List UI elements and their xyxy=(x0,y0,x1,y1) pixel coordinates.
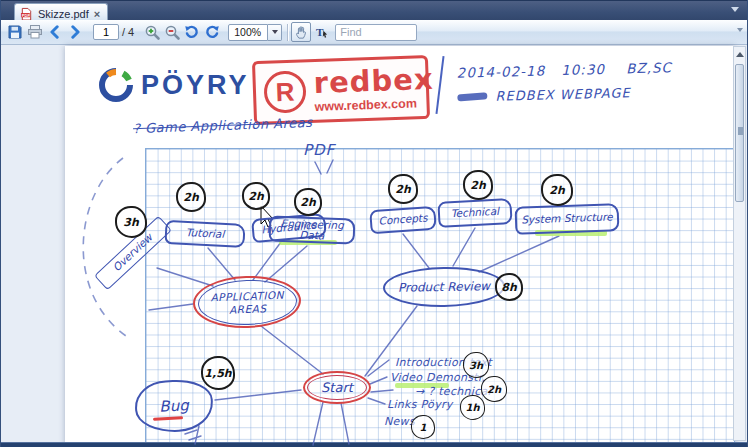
hours-concepts: 2h xyxy=(388,174,418,204)
next-page-button[interactable] xyxy=(65,22,85,42)
hours-engineering-data: 2h xyxy=(294,188,322,216)
page-number-input[interactable] xyxy=(93,24,119,40)
toolbar-overflow-icon[interactable] xyxy=(737,28,743,32)
toolbar-separator xyxy=(287,24,288,41)
svg-text:PDF: PDF xyxy=(22,12,31,17)
tab-title: Skizze.pdf xyxy=(38,8,89,20)
node-start: Start xyxy=(303,371,371,404)
scroll-up-button[interactable] xyxy=(735,48,744,61)
previous-page-icon xyxy=(48,25,62,39)
poyry-logo-text: PÖYRY xyxy=(141,70,250,101)
zoom-in-icon xyxy=(144,24,161,41)
rotate-clockwise-icon xyxy=(204,24,220,40)
poyry-logo-icon xyxy=(99,68,133,102)
toolbar: / 4 xyxy=(1,20,747,45)
tab-close-icon[interactable]: × xyxy=(94,9,100,19)
hand-tool-button[interactable] xyxy=(291,22,311,42)
start-label: Start xyxy=(321,380,353,395)
hours-links-poyry: 1h xyxy=(460,395,485,420)
hours-system-structure: 2h xyxy=(541,174,573,206)
tab-skizze-pdf[interactable]: PDF Skizze.pdf × xyxy=(14,3,108,21)
handwritten-webpage-line: REDBEX WEBPAGE xyxy=(457,84,673,105)
redbex-r-icon: R xyxy=(263,70,306,113)
zoom-out-button[interactable] xyxy=(162,22,182,42)
hours-overview: 3h xyxy=(115,206,147,238)
zoom-dropdown-button[interactable] xyxy=(268,24,282,41)
handwritten-header: 2014-02-18 10:30 BZ,SC REDBEX WEBPAGE xyxy=(457,59,673,105)
page-total-label: / 4 xyxy=(122,26,134,38)
pdf-viewer-window: PDF Skizze.pdf × xyxy=(0,0,748,447)
rotate-clockwise-button[interactable] xyxy=(202,22,222,42)
hand-tool-icon xyxy=(294,25,309,40)
zoom-in-button[interactable] xyxy=(142,22,162,42)
tab-bar: PDF Skizze.pdf × xyxy=(1,0,747,20)
node-tutorial: Tutorial xyxy=(164,220,245,248)
hours-introduction-text: 3h xyxy=(463,352,489,378)
hours-bug: 1,5h xyxy=(201,356,235,390)
print-button[interactable] xyxy=(25,22,45,42)
zoom-level-combo[interactable]: 100% xyxy=(228,24,282,41)
pdf-page: PÖYRY R redbex www.redbex.com 2014-02-18… xyxy=(65,46,735,447)
poyry-logo: PÖYRY xyxy=(99,68,250,102)
next-page-icon xyxy=(68,25,82,39)
hours-technical: 2h xyxy=(463,170,493,200)
pdf-file-icon: PDF xyxy=(20,7,33,21)
vertical-scrollbar[interactable] xyxy=(733,46,746,441)
mindmap-root-label: PDF xyxy=(303,141,335,159)
find-input[interactable] xyxy=(335,24,417,41)
text-select-tool-button[interactable]: T xyxy=(311,22,331,42)
redbex-stamp-name: redbex xyxy=(313,64,434,97)
tab-list-dropdown-icon[interactable] xyxy=(731,7,739,12)
scrollbar-thumb[interactable] xyxy=(735,64,744,202)
list-item-links-poyry: Links Pöyry xyxy=(387,398,453,411)
print-icon xyxy=(27,24,43,40)
node-system-structure: System Structure xyxy=(515,203,620,235)
save-icon xyxy=(7,24,23,40)
rotate-counterclockwise-button[interactable] xyxy=(182,22,202,42)
handwritten-date-line: 2014-02-18 10:30 BZ,SC xyxy=(457,59,673,81)
hours-product-review: 8h xyxy=(495,273,523,301)
node-engineering-data: Engineering Data xyxy=(269,216,356,245)
text-select-icon: T xyxy=(314,25,329,40)
pen-stroke xyxy=(435,56,444,114)
node-concepts: Concepts xyxy=(369,206,437,235)
chevron-down-icon xyxy=(272,30,278,34)
arrow-up-icon xyxy=(736,52,744,57)
save-button[interactable] xyxy=(5,22,25,42)
zoom-out-icon xyxy=(164,24,181,41)
scribbled-word xyxy=(457,92,487,101)
scrollbar-grip xyxy=(738,127,743,135)
hours-hydraulics: 2h xyxy=(242,182,270,210)
zoom-level-value: 100% xyxy=(228,24,268,41)
previous-page-button[interactable] xyxy=(45,22,65,42)
hours-video-demonstr: 2h xyxy=(481,376,507,402)
crossed-out-title: ? Game Application Areas xyxy=(133,115,313,136)
application-areas-label: APPLICATION AREAS xyxy=(197,278,298,326)
hours-tutorial: 2h xyxy=(176,182,206,212)
redbex-stamp: R redbex www.redbex.com xyxy=(252,55,430,125)
window-bottom-border xyxy=(1,442,747,447)
node-technical: Technical xyxy=(437,198,512,228)
rotate-counterclockwise-icon xyxy=(184,24,200,40)
svg-text:T: T xyxy=(316,26,324,38)
hours-news: 1 xyxy=(411,415,435,439)
